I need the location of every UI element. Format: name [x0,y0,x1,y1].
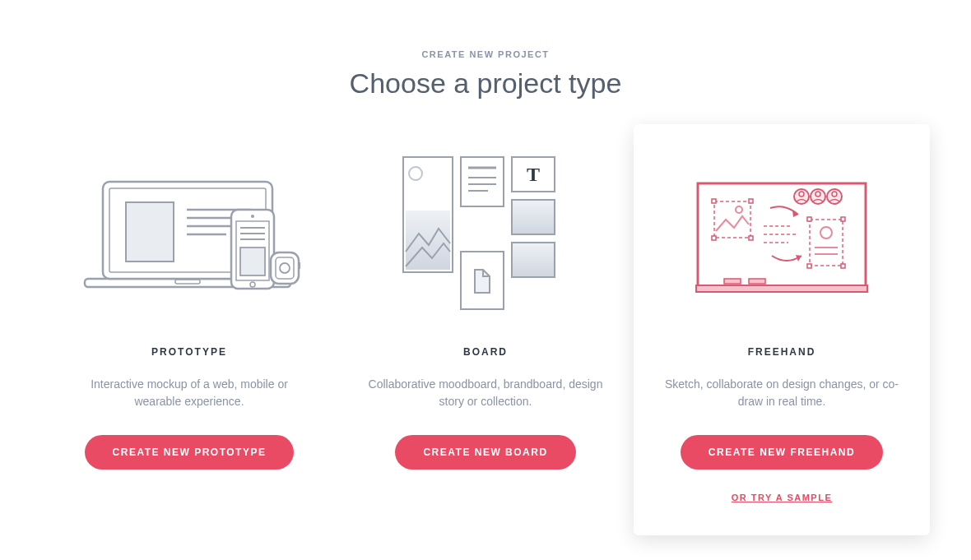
project-type-cards: PROTOTYPE Interactive mockup of a web, m… [0,124,971,535]
svg-rect-48 [712,236,716,240]
freehand-illustration-icon [658,149,905,322]
svg-rect-62 [841,264,845,268]
svg-rect-37 [749,279,765,284]
svg-text:T: T [527,164,540,185]
card-prototype: PROTOTYPE Interactive mockup of a web, m… [41,124,337,535]
svg-rect-61 [807,264,811,268]
page-header: CREATE NEW PROJECT Choose a project type [0,0,971,124]
svg-rect-15 [240,248,265,275]
svg-rect-46 [712,199,716,203]
svg-rect-18 [276,257,294,279]
svg-rect-4 [126,202,174,261]
create-board-button[interactable]: CREATE NEW BOARD [395,435,575,470]
create-prototype-button[interactable]: CREATE NEW PROTOTYPE [85,435,295,470]
card-desc-freehand: Sketch, collaborate on design changes, o… [658,376,905,410]
svg-rect-36 [724,279,741,284]
svg-rect-33 [512,243,555,277]
create-freehand-button[interactable]: CREATE NEW FREEHAND [681,435,883,470]
svg-rect-24 [461,157,504,206]
card-desc-prototype: Interactive mockup of a web, mobile or w… [66,376,313,410]
svg-rect-35 [696,285,867,292]
header-eyebrow: CREATE NEW PROJECT [0,49,971,59]
board-illustration-icon: T [362,149,609,322]
svg-rect-59 [807,217,811,221]
svg-point-10 [251,215,254,218]
svg-rect-1 [175,280,200,284]
card-label-board: BOARD [362,346,609,358]
page-title: Choose a project type [0,67,971,100]
svg-rect-60 [841,217,845,221]
card-label-prototype: PROTOTYPE [66,346,313,358]
svg-rect-32 [512,200,555,234]
try-sample-link[interactable]: OR TRY A SAMPLE [658,493,905,502]
svg-rect-20 [299,262,300,269]
svg-rect-49 [749,236,753,240]
card-label-freehand: FREEHAND [658,346,905,358]
svg-rect-47 [749,199,753,203]
svg-rect-22 [406,211,450,270]
prototype-illustration-icon [66,149,313,322]
card-freehand: FREEHAND Sketch, collaborate on design c… [634,124,930,535]
card-board: T BOARD Collaborative moodboard, brandbo… [337,124,634,535]
card-desc-board: Collaborative moodboard, brandboard, des… [362,376,609,410]
